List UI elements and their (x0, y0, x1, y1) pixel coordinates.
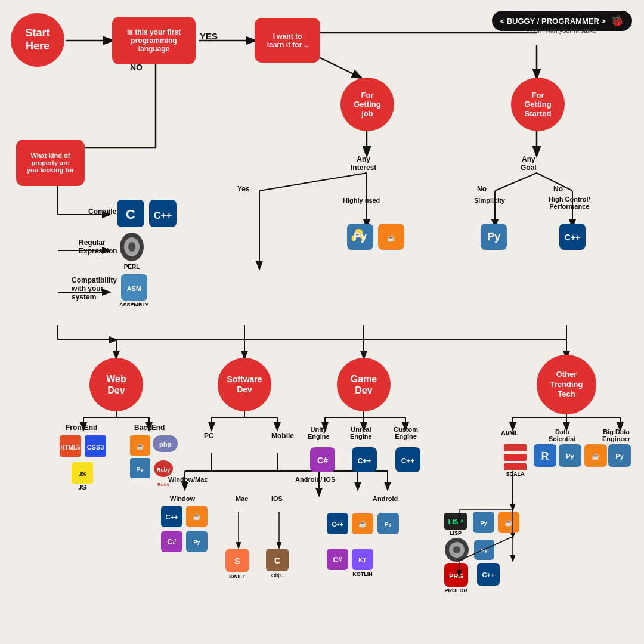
ios-c-logo: C ObjC (266, 549, 289, 578)
svg-text:☕: ☕ (193, 512, 201, 521)
java-backend: ☕ (130, 435, 150, 458)
svg-text:☕: ☕ (358, 519, 367, 528)
learn-for-node: I want tolearn it for .. (255, 18, 320, 63)
android-python: Py (377, 513, 399, 537)
game-dev-node: GameDev (337, 358, 391, 411)
yes2-label: Yes (237, 185, 250, 193)
regular-expr-label: RegularExpression (79, 239, 117, 255)
any-interest-label: AnyInterest (351, 155, 376, 172)
other-tech-label: OtherTrendingTech (550, 370, 583, 400)
svg-text:Py: Py (487, 231, 500, 243)
svg-text:LISP: LISP (448, 518, 463, 525)
start-node: StartHere (11, 13, 64, 67)
svg-rect-101 (504, 444, 527, 451)
window-python: Py (186, 531, 208, 555)
svg-text:php: php (159, 441, 171, 448)
python-simplicity: Py (481, 224, 507, 252)
python-highly-used: Py (347, 224, 373, 252)
assembly-logo: ASM ASSEMBLY (119, 274, 148, 308)
svg-text:ASM: ASM (126, 285, 141, 292)
svg-text:C: C (126, 207, 135, 222)
scala-logo: SCALA (504, 444, 527, 477)
svg-text:Py: Py (193, 539, 200, 545)
backend-label: BackEnd (134, 423, 165, 432)
svg-line-10 (259, 173, 367, 191)
svg-text:C++: C++ (332, 521, 343, 528)
window-mac-label: Window/Mac (168, 476, 208, 483)
android-csharp: C# (327, 549, 348, 572)
svg-text:JS: JS (79, 471, 86, 478)
web-dev-label: WebDev (106, 373, 126, 396)
svg-text:C++: C++ (358, 457, 371, 465)
window-cpp: C++ (161, 506, 182, 530)
software-dev-node: Software Dev (218, 358, 271, 411)
svg-text:Py: Py (480, 520, 487, 526)
svg-text:Py: Py (566, 453, 574, 460)
svg-line-4 (318, 57, 361, 78)
kotlin-logo: KT KOTLIN (352, 549, 373, 577)
yes-label: YES (200, 31, 218, 41)
custom-cpp: C++ (395, 447, 420, 475)
ios-label: IOS (271, 495, 283, 502)
svg-point-70 (128, 242, 135, 252)
high-control-label: High Control/Performance (549, 196, 590, 210)
for-started-node: ForGettingStarted (511, 78, 565, 131)
android-cpp: C++ (327, 513, 348, 537)
custom-label: CustomEngine (394, 426, 418, 440)
unity-csharp: C# (310, 447, 335, 475)
svg-text:S: S (234, 556, 240, 566)
any-goal-label: AnyGoal (521, 155, 537, 172)
python-other: Py (473, 512, 494, 535)
svg-text:Ruby: Ruby (157, 467, 171, 473)
perl-logo: PERL (119, 231, 144, 270)
android-ios-label: Android/ IOS (295, 476, 335, 483)
pc-label: PC (204, 432, 214, 440)
svg-text:C: C (274, 556, 280, 565)
compatibility-label: Compatibilitywith yoursystem (72, 276, 117, 301)
software-dev-label: Software Dev (227, 374, 262, 395)
python-other2: Py (474, 540, 494, 562)
other-tech-node: OtherTrendingTech (537, 355, 596, 414)
cpp-logo: C++ (149, 200, 177, 230)
svg-text:C++: C++ (166, 513, 178, 521)
mobile-label: Mobile (271, 432, 294, 440)
no-label: NO (130, 63, 143, 72)
prolog-logo: PRG PROLOG (444, 563, 468, 593)
window-label: Window (170, 495, 195, 502)
c-logo: C (117, 200, 144, 230)
java-other: ☕ (498, 512, 519, 535)
branding-subtitle: Learn with your mistake (527, 27, 596, 34)
svg-rect-103 (504, 463, 527, 470)
for-job-label: ForGettingjob (354, 91, 381, 119)
lisp-logo: LISP LISP (444, 513, 467, 536)
svg-text:Py: Py (615, 453, 624, 460)
svg-text:C++: C++ (482, 571, 495, 578)
frontend-label: FrontEnd (66, 423, 97, 432)
js-logo: JS JS (72, 462, 93, 491)
branding-label: < BUGGY / PROGRAMMER > (500, 17, 606, 26)
cpp-high-control: C++ (559, 224, 586, 252)
svg-text:Py: Py (481, 547, 487, 553)
no3-label: No (553, 185, 563, 193)
what-kind-node: What kind ofproperty areyou looking for (16, 140, 85, 186)
for-started-label: ForGettingStarted (524, 91, 552, 119)
game-dev-label: GameDev (351, 373, 377, 396)
svg-text:KT: KT (358, 557, 366, 564)
for-job-node: ForGettingjob (340, 78, 394, 131)
highly-used-label: Highly used (343, 197, 380, 204)
start-label: StartHere (25, 27, 49, 52)
svg-text:C++: C++ (565, 233, 580, 242)
first-lang-node: Is this your first programming language (112, 17, 196, 64)
svg-text:☕: ☕ (137, 442, 144, 450)
simplicity-label: Simplicity (474, 197, 505, 204)
svg-text:C++: C++ (401, 457, 415, 465)
svg-text:CSS3: CSS3 (87, 444, 104, 451)
data-scientist-label: DataScientist (549, 428, 576, 442)
first-lang-label: Is this your first programming language (127, 28, 181, 53)
r-logo: R (534, 444, 556, 469)
python-bigdata: Py (608, 444, 631, 469)
aiml-label: AI/ML (501, 429, 519, 436)
php-logo: php (153, 435, 178, 454)
html-logo: HTML5 (60, 435, 81, 459)
window-java: ☕ (186, 506, 208, 530)
